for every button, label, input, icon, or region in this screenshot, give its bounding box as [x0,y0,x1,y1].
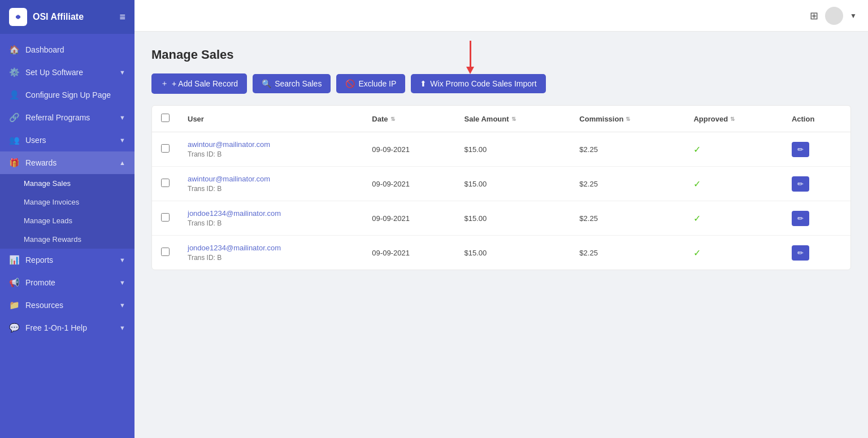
chevron-down-icon: ▼ [119,324,125,331]
rewards-icon: 🎁 [9,158,20,168]
sidebar-item-setup[interactable]: ⚙️ Set Up Software ▼ [0,61,134,84]
approved-column-header[interactable]: Approved ⇅ [684,106,782,132]
ban-icon: 🚫 [345,79,355,88]
user-dropdown[interactable]: ▼ [850,12,857,20]
approved-cell: ✓ [684,236,782,270]
referral-icon: 🔗 [9,112,20,123]
wix-import-label: Wix Promo Code Sales Import [430,79,536,88]
approved-checkmark: ✓ [693,214,701,223]
date-cell: 09-09-2021 [363,201,455,236]
trans-id: Trans ID: B [188,219,354,227]
approved-checkmark: ✓ [693,248,701,258]
row-checkbox[interactable] [161,213,170,222]
approved-checkmark: ✓ [693,145,701,154]
date-column-header[interactable]: Date ⇅ [363,106,455,132]
reports-icon: 📊 [9,255,20,265]
chevron-up-icon: ▲ [119,159,125,166]
sale-amount-column-header[interactable]: Sale Amount ⇅ [455,106,571,132]
sidebar-item-manage-sales[interactable]: Manage Sales [0,174,134,193]
edit-button[interactable]: ✏ [792,142,809,157]
edit-button[interactable]: ✏ [792,211,809,226]
wix-import-button[interactable]: ⬆ Wix Promo Code Sales Import [411,74,545,93]
row-checkbox-cell [152,167,179,201]
hamburger-icon[interactable]: ≡ [119,11,125,23]
search-sales-button[interactable]: 🔍 Search Sales [253,74,331,93]
row-checkbox[interactable] [161,179,170,187]
toolbar: ＋ + Add Sale Record 🔍 Search Sales 🚫 Exc… [151,73,851,94]
date-cell: 09-09-2021 [363,167,455,201]
sidebar-item-rewards[interactable]: 🎁 Rewards ▲ [0,151,134,174]
row-checkbox-cell [152,132,179,167]
row-checkbox-cell [152,236,179,270]
sort-icon: ⇅ [730,116,735,122]
row-checkbox[interactable] [161,144,170,153]
sidebar-item-configure[interactable]: 👤 Configure Sign Up Page [0,84,134,106]
exclude-ip-button[interactable]: 🚫 Exclude IP [336,74,405,93]
submenu-label: Manage Rewards [24,235,81,244]
svg-marker-1 [16,15,20,19]
sidebar-item-help[interactable]: 💬 Free 1-On-1 Help ▼ [0,316,134,339]
configure-icon: 👤 [9,90,20,100]
sidebar-item-label: Users [25,136,46,145]
users-icon: 👥 [9,135,20,145]
sidebar-item-label: Rewards [25,158,57,167]
sidebar-item-users[interactable]: 👥 Users ▼ [0,129,134,151]
sidebar-item-promote[interactable]: 📢 Promote ▼ [0,271,134,294]
sale-amount-cell: $15.00 [455,201,571,236]
sort-icon: ⇅ [511,116,516,122]
sidebar-item-manage-invoices[interactable]: Manage Invoices [0,193,134,211]
rewards-submenu: Manage Sales Manage Invoices Manage Lead… [0,174,134,249]
grid-icon[interactable]: ⊞ [810,10,818,22]
sidebar-item-resources[interactable]: 📁 Resources ▼ [0,294,134,316]
sidebar-item-manage-leads[interactable]: Manage Leads [0,211,134,230]
user-email: awintour@mailinator.com [188,175,354,183]
user-cell: awintour@mailinator.com Trans ID: B [179,167,363,201]
commission-cell: $2.25 [570,201,684,236]
action-cell: ✏ [783,201,850,236]
commission-column-header[interactable]: Commission ⇅ [570,106,684,132]
chevron-down-icon: ▼ [119,257,125,263]
user-email: jondoe1234@mailinator.com [188,209,354,218]
sidebar-item-label: Referral Programs [25,113,90,122]
date-cell: 09-09-2021 [363,132,455,167]
edit-button[interactable]: ✏ [792,245,809,261]
approved-cell: ✓ [684,132,782,167]
sidebar-item-label: Reports [25,255,53,264]
sidebar-item-dashboard[interactable]: 🏠 Dashboard [0,38,134,61]
add-sale-button[interactable]: ＋ + Add Sale Record [151,73,247,94]
avatar[interactable] [825,7,843,25]
chevron-down-icon: ▼ [119,137,125,144]
sale-amount-cell: $15.00 [455,236,571,270]
dashboard-icon: 🏠 [9,45,20,55]
search-icon: 🔍 [262,79,271,88]
date-cell: 09-09-2021 [363,236,455,270]
sale-amount-cell: $15.00 [455,167,571,201]
commission-cell: $2.25 [570,132,684,167]
table-row: jondoe1234@mailinator.com Trans ID: B 09… [152,201,850,236]
content-area: Manage Sales ＋ + Add Sale Record 🔍 Searc… [134,32,868,438]
user-email: jondoe1234@mailinator.com [188,244,354,252]
sidebar-item-manage-rewards[interactable]: Manage Rewards [0,230,134,249]
setup-icon: ⚙️ [9,67,20,77]
table-wrapper: User Date ⇅ Sale A [152,106,850,270]
select-all-checkbox[interactable] [161,114,170,122]
table-row: awintour@mailinator.com Trans ID: B 09-0… [152,167,850,201]
sidebar-item-label: Configure Sign Up Page [25,90,111,99]
plus-icon: ＋ [160,79,168,89]
search-sales-label: Search Sales [275,79,322,88]
sidebar-nav: 🏠 Dashboard ⚙️ Set Up Software ▼ 👤 Confi… [0,34,134,344]
commission-cell: $2.25 [570,167,684,201]
sidebar-header: OSI Affiliate ≡ [0,0,134,34]
select-all-header [152,106,179,132]
row-checkbox[interactable] [161,248,170,256]
resources-icon: 📁 [9,300,20,310]
submenu-label: Manage Leads [24,216,72,225]
sidebar-item-referral[interactable]: 🔗 Referral Programs ▼ [0,106,134,129]
sidebar-item-label: Set Up Software [25,68,83,77]
edit-button[interactable]: ✏ [792,176,809,192]
arrow-head [466,67,474,74]
user-cell: awintour@mailinator.com Trans ID: B [179,132,363,167]
upload-icon: ⬆ [420,79,427,88]
sidebar-item-reports[interactable]: 📊 Reports ▼ [0,249,134,271]
action-cell: ✏ [783,132,850,167]
